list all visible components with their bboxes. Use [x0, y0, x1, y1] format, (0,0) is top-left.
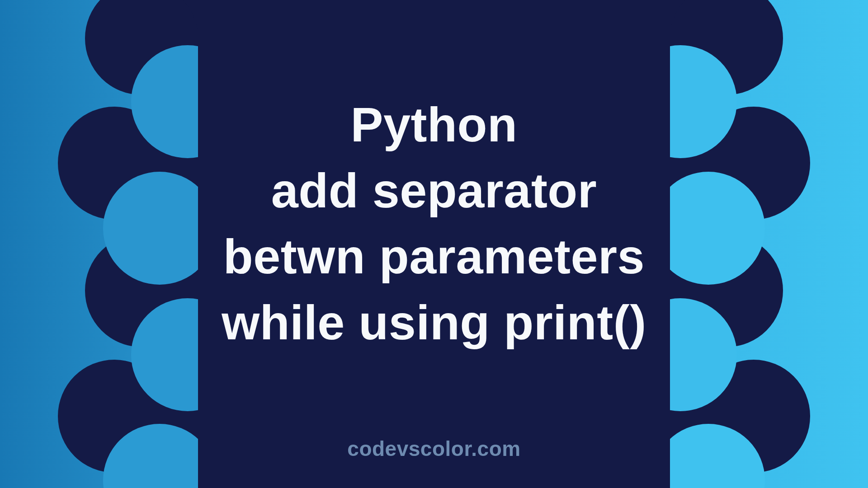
title-line-3: betwn parameters: [222, 224, 646, 290]
title-container: Python add separator betwn parameters wh…: [0, 0, 868, 488]
title-line-4: while using print(): [222, 290, 646, 356]
footer-text: codevscolor.com: [0, 436, 868, 461]
title-text: Python add separator betwn parameters wh…: [222, 92, 646, 355]
title-line-1: Python: [222, 92, 646, 158]
title-line-2: add separator: [222, 158, 646, 224]
